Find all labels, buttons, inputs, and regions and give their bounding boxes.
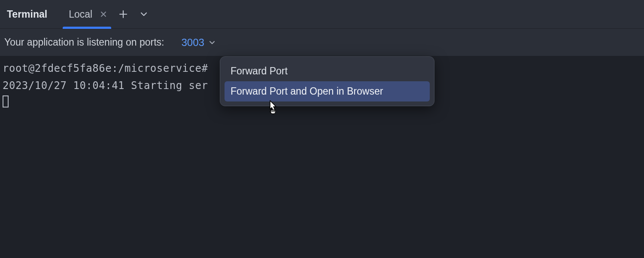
ports-bar: Your application is listening on ports: … [0, 29, 644, 56]
panel-title: Terminal [7, 9, 47, 20]
menu-item-forward-port-open-browser[interactable]: Forward Port and Open in Browser [225, 81, 430, 101]
plus-icon[interactable] [119, 10, 128, 18]
terminal-line: 2023/10/27 10:04:41 Starting ser [3, 80, 208, 92]
chevron-down-icon [209, 39, 216, 46]
menu-item-forward-port[interactable]: Forward Port [225, 61, 430, 81]
terminal-cursor [3, 95, 9, 108]
port-dropdown[interactable]: 3003 [182, 37, 216, 49]
chevron-down-icon[interactable] [140, 10, 148, 18]
port-number: 3003 [182, 37, 204, 49]
tab-toolbar [119, 10, 148, 18]
active-tab-indicator [63, 27, 111, 29]
ports-label: Your application is listening on ports: [4, 37, 164, 48]
close-icon[interactable] [100, 11, 107, 18]
terminal-line: root@2fdecf5fa86e:/microservice# [3, 62, 208, 74]
port-context-menu: Forward Port Forward Port and Open in Br… [220, 56, 434, 106]
terminal-tab-bar: Terminal Local [0, 0, 644, 29]
tab-local[interactable]: Local [63, 0, 111, 28]
tab-label: Local [69, 9, 92, 20]
